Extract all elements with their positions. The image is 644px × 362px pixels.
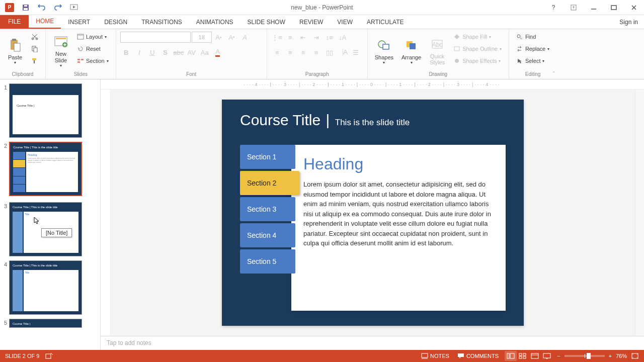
line-spacing-icon: ↕≡	[324, 31, 336, 43]
group-label-font: Font	[120, 70, 263, 78]
comments-toggle[interactable]: COMMENTS	[455, 352, 501, 360]
tab-articulate[interactable]: ARTICULATE	[360, 16, 411, 29]
new-slide-button[interactable]: NewSlide ▾	[50, 31, 72, 70]
minimize-icon[interactable]	[584, 1, 604, 14]
slide-sorter-icon[interactable]	[517, 351, 529, 361]
cut-button[interactable]	[28, 31, 41, 42]
collapse-ribbon-icon[interactable]: ˆ	[553, 71, 554, 77]
slide-thumbnail-1[interactable]	[9, 83, 82, 138]
shape-fill-button: Shape Fill ▾	[450, 31, 505, 42]
group-clipboard: Paste ▾ Clipboard	[0, 29, 46, 79]
app-icon[interactable]: P	[2, 1, 17, 14]
columns-icon: ▯▯	[324, 46, 336, 58]
decrease-indent-icon: ⇤	[297, 31, 309, 43]
slide-subtitle[interactable]: This is the slide title	[335, 118, 410, 127]
normal-view-icon[interactable]	[505, 351, 517, 361]
arrange-button[interactable]: Arrange▾	[398, 31, 424, 70]
slide-viewport[interactable]: Course Title | This is the slide title S…	[111, 89, 635, 336]
save-icon[interactable]	[18, 1, 33, 14]
reading-view-icon[interactable]	[529, 351, 541, 361]
bullets-icon: ⋮≡	[271, 31, 283, 43]
zoom-slider[interactable]	[565, 355, 605, 357]
sign-in-link[interactable]: Sign in	[613, 16, 644, 29]
find-button[interactable]: Find	[513, 31, 552, 42]
help-icon[interactable]: ?	[543, 1, 564, 14]
slide-thumbnail-2[interactable]: Course Title | This is the slide title H…	[9, 142, 82, 196]
svg-rect-29	[454, 47, 459, 51]
zoom-out-icon[interactable]: −	[557, 353, 560, 359]
slide-thumbnail-5[interactable]: Course Title |	[9, 319, 82, 328]
select-button[interactable]: Select ▾	[513, 55, 552, 66]
maximize-icon[interactable]	[604, 1, 624, 14]
tab-insert[interactable]: INSERT	[61, 16, 97, 29]
tab-transitions[interactable]: TRANSITIONS	[134, 16, 189, 29]
reset-button[interactable]: Reset	[74, 43, 112, 54]
thumb-number: 3	[2, 202, 9, 256]
slideshow-icon[interactable]	[66, 1, 82, 14]
svg-rect-19	[78, 35, 83, 36]
slide-canvas[interactable]: Course Title | This is the slide title S…	[222, 100, 524, 326]
svg-rect-8	[12, 39, 16, 41]
group-editing: Find Replace ▾ Select ▾ Editing ˆ	[509, 29, 556, 79]
ribbon: Paste ▾ Clipboard NewSlide ▾ Layout ▾ Re…	[0, 29, 644, 79]
svg-rect-6	[611, 6, 616, 10]
section-button[interactable]: Section ▾	[74, 55, 112, 66]
undo-icon[interactable]	[34, 1, 49, 14]
notes-toggle[interactable]: NOTES	[419, 352, 451, 360]
presentation-view-icon[interactable]	[541, 351, 553, 361]
spell-check-icon[interactable]	[45, 352, 53, 359]
copy-button[interactable]	[28, 43, 41, 54]
ruler-horizontal	[101, 79, 644, 89]
section-tab-5[interactable]: Section 5	[240, 249, 295, 274]
slide-counter[interactable]: SLIDE 2 OF 9	[5, 353, 39, 359]
group-font: A▴ A▾ A B I U S abc AV Aa A Font	[116, 29, 267, 79]
close-icon[interactable]	[624, 1, 644, 14]
paste-icon	[7, 37, 23, 53]
slide-content-box[interactable]: Heading Lorem ipsum dolor sit amet, cons…	[291, 145, 506, 311]
tab-home[interactable]: HOME	[29, 15, 61, 29]
clear-formatting-icon: A	[239, 31, 251, 43]
title-bar: P new_blue - PowerPoint ?	[0, 0, 644, 15]
tab-design[interactable]: DESIGN	[97, 16, 134, 29]
tab-view[interactable]: VIEW	[330, 16, 360, 29]
section-tab-1[interactable]: Section 1	[240, 145, 295, 169]
notes-pane[interactable]: Tap to add notes	[101, 336, 644, 350]
tab-review[interactable]: REVIEW	[292, 16, 330, 29]
thumb-number: 4	[2, 260, 9, 315]
slide-thumbnails-pane[interactable]: 1 2 Course Title | This is the slide tit…	[0, 79, 101, 350]
status-bar: SLIDE 2 OF 9 NOTES COMMENTS − + 76%	[0, 350, 644, 362]
ribbon-options-icon[interactable]	[564, 1, 584, 14]
tab-animations[interactable]: ANIMATIONS	[189, 16, 240, 29]
shapes-button[interactable]: Shapes▾	[372, 31, 396, 70]
format-painter-button[interactable]	[28, 55, 41, 66]
svg-rect-37	[519, 353, 522, 355]
slide-thumbnail-4[interactable]: Course Title | This is the slide title T…	[9, 260, 82, 315]
svg-rect-13	[34, 48, 37, 52]
layout-button[interactable]: Layout ▾	[74, 31, 112, 42]
section-tab-4[interactable]: Section 4	[240, 223, 295, 247]
section-tab-3[interactable]: Section 3	[240, 197, 295, 221]
vertical-scrollbar[interactable]	[635, 89, 644, 336]
zoom-level[interactable]: 76%	[616, 353, 627, 359]
content-heading[interactable]: Heading	[303, 155, 494, 173]
tab-slideshow[interactable]: SLIDE SHOW	[240, 16, 292, 29]
redo-icon[interactable]	[50, 1, 65, 14]
zoom-in-icon[interactable]: +	[609, 353, 612, 359]
thumbnail-tooltip: [No Title]	[41, 228, 72, 237]
svg-rect-32	[46, 354, 51, 358]
shape-effects-button: Shape Effects ▾	[450, 55, 505, 66]
tab-file[interactable]: FILE	[0, 15, 29, 29]
quick-styles-button: Abc QuickStyles	[426, 31, 448, 70]
replace-button[interactable]: Replace ▾	[513, 43, 552, 54]
section-tab-2[interactable]: Section 2	[240, 171, 299, 195]
thumb-number: 2	[2, 142, 9, 196]
slide-course-title[interactable]: Course Title	[240, 112, 320, 128]
paste-button[interactable]: Paste ▾	[4, 31, 26, 70]
content-body[interactable]: Lorem ipsum dolor sit amet, consectetur …	[303, 179, 494, 248]
fit-to-window-icon[interactable]	[631, 352, 639, 359]
svg-text:Abc: Abc	[432, 41, 443, 48]
font-name-input[interactable]	[120, 32, 191, 43]
font-size-input[interactable]	[192, 32, 212, 43]
ribbon-tabs: FILE HOME INSERT DESIGN TRANSITIONS ANIM…	[0, 15, 644, 29]
strikethrough-icon: abc	[173, 46, 185, 58]
